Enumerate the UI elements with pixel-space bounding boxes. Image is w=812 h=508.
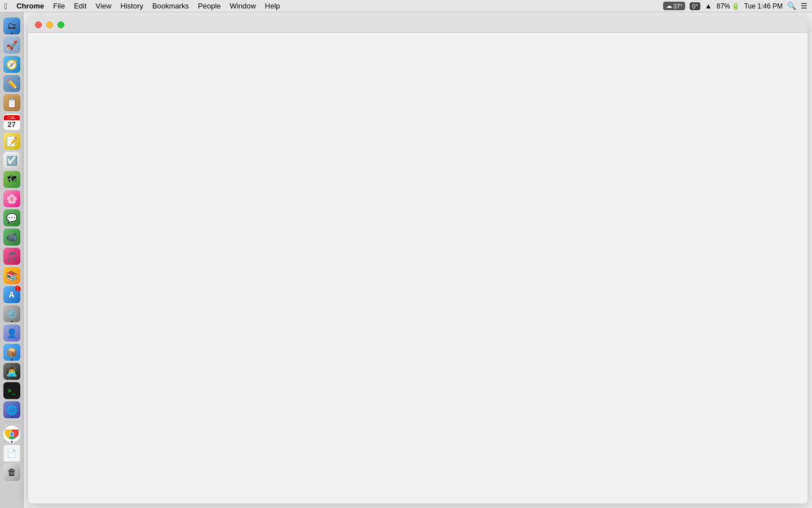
dock-item-appstore[interactable]: A 1 — [3, 286, 21, 304]
dock-divider — [4, 422, 20, 422]
dock-item-chrome[interactable] — [3, 425, 21, 443]
menu-window[interactable]: Window — [230, 2, 256, 10]
main-area: 🗂 🚀 🧭 ✏️ 📋 CAL 27 📝 — [0, 12, 812, 508]
dock-item-notefile[interactable]: 📋 — [3, 94, 21, 112]
dock-item-photos[interactable]: 🌸 — [3, 190, 21, 208]
dock-item-books[interactable]: 📚 — [3, 266, 21, 284]
battery-status: 87% 🔋 — [717, 2, 740, 10]
dock-item-identity[interactable]: 🌐 — [3, 401, 21, 419]
window-minimize-button[interactable] — [46, 21, 53, 28]
dock-item-notes[interactable]: 📝 — [3, 132, 21, 150]
weather-badge: ☁ 37° — [663, 2, 686, 10]
window-close-button[interactable] — [35, 21, 42, 28]
dock-item-coding[interactable]: 👨‍💻 — [3, 362, 21, 380]
battery-percent: 87% — [717, 2, 730, 10]
dock-item-terminal[interactable]: >_ — [3, 382, 21, 400]
dock-item-maps[interactable]: 🗺 — [3, 170, 21, 189]
window-titlebar — [28, 17, 807, 33]
menu-people[interactable]: People — [198, 2, 220, 10]
dock-item-launchpad[interactable]: 🚀 — [3, 36, 21, 54]
menu-history[interactable]: History — [121, 2, 143, 10]
window-area — [24, 12, 812, 508]
dock-item-reminders[interactable]: ☑️ — [3, 151, 21, 169]
dock-item-contacts[interactable]: 👤 — [3, 324, 21, 342]
dock-item-safari[interactable]: 🧭 — [3, 55, 21, 73]
menubar:  Chrome File Edit View History Bookmark… — [0, 0, 812, 12]
menu-bookmarks[interactable]: Bookmarks — [152, 2, 189, 10]
battery-icon: 🔋 — [731, 2, 740, 10]
weather-icon: ☁ — [666, 2, 672, 10]
menubar-left:  Chrome File Edit View History Bookmark… — [5, 2, 280, 11]
menu-help[interactable]: Help — [265, 2, 280, 10]
clock: Tue 1:46 PM — [744, 2, 783, 10]
menu-file[interactable]: File — [53, 2, 65, 10]
menu-edit[interactable]: Edit — [74, 2, 86, 10]
svg-point-3 — [10, 432, 14, 436]
apple-menu[interactable]:  — [5, 2, 7, 11]
dock-item-system-prefs[interactable]: ⚙️ — [3, 305, 21, 323]
menubar-right: ☁ 37° 0° ▲ 87% 🔋 Tue 1:46 PM 🔍 ☰ — [663, 2, 807, 10]
dock: 🗂 🚀 🧭 ✏️ 📋 CAL 27 📝 — [0, 12, 24, 508]
window-content — [28, 33, 807, 503]
wifi-icon: ▲ — [705, 2, 712, 10]
notif-center-icon[interactable]: ☰ — [801, 2, 807, 10]
dock-item-migration[interactable]: 📦 — [3, 343, 21, 361]
dock-item-messages[interactable]: 💬 — [3, 209, 21, 227]
menu-chrome[interactable]: Chrome — [16, 2, 44, 10]
notification-count: 0° — [690, 2, 700, 10]
dock-item-pencil[interactable]: ✏️ — [3, 75, 21, 93]
menu-view[interactable]: View — [96, 2, 112, 10]
weather-temp: 37° — [673, 3, 683, 10]
spotlight-icon[interactable]: 🔍 — [787, 2, 796, 10]
dock-item-docviewer[interactable]: 📄 — [3, 444, 21, 462]
dock-item-music[interactable]: 🎵 — [3, 247, 21, 265]
chrome-window — [28, 17, 807, 503]
dock-item-calendar[interactable]: CAL 27 — [3, 113, 21, 131]
window-maximize-button[interactable] — [58, 21, 64, 28]
dock-item-facetime[interactable]: 📹 — [3, 228, 21, 246]
dock-item-trash[interactable]: 🗑 — [3, 463, 21, 481]
dock-item-finder[interactable]: 🗂 — [3, 17, 21, 35]
